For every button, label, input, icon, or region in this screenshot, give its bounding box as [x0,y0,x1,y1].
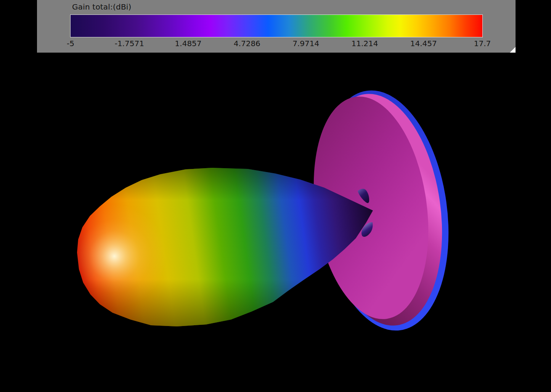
radiation-pattern-scene [0,0,551,392]
colorbar-tick-label: 11.214 [351,39,378,48]
colorbar-legend-panel[interactable]: Gain total:(dBi) -5-1.75711.48574.72867.… [37,0,516,53]
colorbar-tick-label: 17.7 [474,39,491,48]
colorbar-tick-label: 7.9714 [292,39,319,48]
legend-resize-grip[interactable] [510,47,516,53]
colorbar-tick-label: 14.457 [410,39,437,48]
colorbar-tick-label: -5 [67,39,74,48]
colorbar-title: Gain total:(dBi) [72,2,132,11]
colorbar-tick-label: -1.7571 [115,39,144,48]
viewport-3d[interactable]: Gain total:(dBi) -5-1.75711.48574.72867.… [0,0,551,392]
colorbar-tick-row: -5-1.75711.48574.72867.971411.21414.4571… [71,39,482,50]
colorbar-gradient [70,14,483,37]
main-lobe-edge-shading [77,168,373,326]
colorbar-tick-label: 1.4857 [175,39,202,48]
colorbar-tick-label: 4.7286 [234,39,260,48]
